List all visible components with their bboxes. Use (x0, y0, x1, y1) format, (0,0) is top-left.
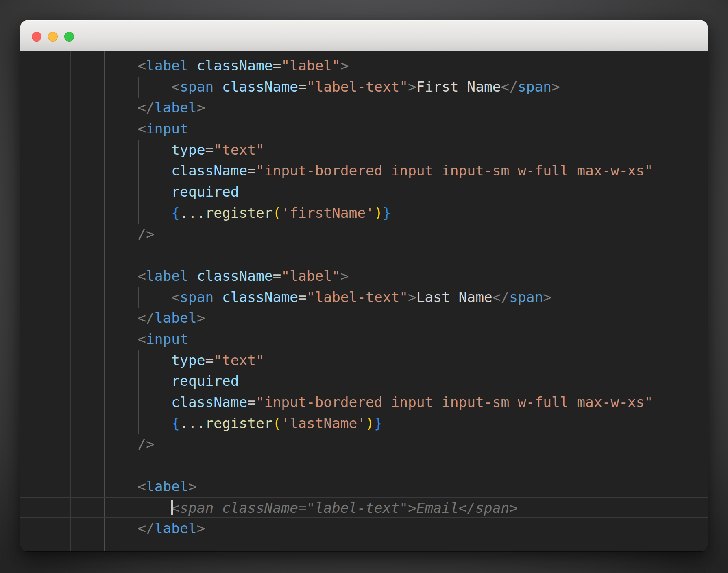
code-token: = (205, 142, 214, 158)
code-token: = (247, 162, 256, 179)
code-token: ( (273, 205, 281, 221)
code-token: className (171, 394, 247, 410)
code-token: "label" (281, 268, 340, 284)
code-token: label (146, 268, 188, 284)
code-token: /> (137, 226, 155, 242)
code-token: < (137, 57, 146, 74)
code-token: span (180, 289, 214, 305)
code-token (188, 268, 197, 284)
traffic-lights (32, 32, 74, 42)
code-editor[interactable]: <label className="label"> <span classNam… (20, 51, 708, 551)
code-token: > (543, 289, 551, 305)
code-line: <input (20, 118, 708, 140)
code-line: type="text" (20, 140, 708, 161)
code-token (214, 289, 222, 305)
code-line: type="text" (20, 350, 708, 371)
code-token: "input-bordered input input-sm w-full ma… (256, 162, 653, 179)
text-cursor (171, 500, 173, 515)
code-line: </label> (20, 518, 708, 539)
code-token: </ (137, 310, 155, 326)
code-token: label (155, 310, 197, 326)
code-token: </ (501, 79, 518, 95)
code-token: label (155, 99, 197, 116)
code-token: ( (273, 415, 281, 431)
code-token: First Name (416, 79, 501, 95)
code-token: > (197, 310, 205, 326)
code-token: "label-text" (307, 79, 408, 95)
code-token: type (171, 352, 205, 368)
code-token: label (146, 57, 188, 74)
code-line: /> (20, 434, 708, 455)
zoom-button[interactable] (64, 32, 74, 42)
code-line: </label> (20, 97, 708, 118)
code-token: < (171, 79, 180, 95)
code-token: span (180, 79, 214, 95)
code-token: "input-bordered input input-sm w-full ma… (256, 394, 653, 410)
code-token: input (146, 331, 188, 347)
code-token: "label" (281, 57, 340, 74)
code-token (188, 57, 197, 74)
code-line: <span className="label-text">Last Name</… (20, 287, 708, 308)
code-token: ) (374, 205, 383, 221)
code-token: </ (137, 520, 155, 536)
code-token: < (137, 331, 146, 347)
code-token: 'lastName' (281, 415, 366, 431)
code-token: > (551, 79, 560, 95)
code-token: > (188, 478, 197, 494)
code-token: = (298, 79, 307, 95)
code-token: className (197, 268, 273, 284)
code-token: span (509, 289, 543, 305)
code-line: /> (20, 224, 708, 245)
code-token: { (171, 205, 180, 221)
code-token: } (374, 415, 383, 431)
code-token: register (205, 415, 272, 431)
minimize-button[interactable] (48, 32, 58, 42)
code-line: {...register('lastName')} (20, 413, 708, 434)
code-token: "label-text" (307, 289, 408, 305)
code-token: { (171, 415, 180, 431)
code-token: 'firstName' (281, 205, 374, 221)
code-token: > (408, 289, 416, 305)
code-token: < (137, 120, 146, 137)
code-token: < (137, 478, 146, 494)
code-line: </label> (20, 308, 708, 329)
code-token: className (222, 289, 298, 305)
editor-window: <label className="label"> <span classNam… (20, 20, 708, 551)
code-token: required (171, 373, 239, 389)
code-token: ) (366, 415, 374, 431)
code-token: /> (137, 436, 155, 452)
code-token: > (408, 79, 416, 95)
code-line: className="input-bordered input input-sm… (20, 160, 708, 182)
code-token: < (171, 289, 180, 305)
code-line: <label className="label"> (20, 55, 708, 77)
code-line: <input (20, 329, 708, 350)
code-token (214, 79, 222, 95)
code-token: span (518, 79, 551, 95)
code-line: required (20, 371, 708, 392)
code-token: > (340, 57, 349, 74)
code-token: className (171, 162, 247, 179)
code-token: > (197, 520, 205, 536)
code-line (20, 245, 708, 266)
window-titlebar[interactable] (20, 20, 708, 51)
code-line: <label className="label"> (20, 266, 708, 287)
close-button[interactable] (32, 32, 41, 42)
code-token: ... (180, 415, 205, 431)
code-token: type (171, 142, 205, 158)
code-token: label (146, 478, 188, 494)
code-line: required (20, 182, 708, 203)
code-token: label (155, 520, 197, 536)
code-line: className="input-bordered input input-sm… (20, 392, 708, 413)
code-token: "text" (214, 352, 264, 368)
desktop-background: <label className="label"> <span classNam… (0, 0, 728, 573)
code-token: required (171, 184, 239, 200)
code-lines: <label className="label"> <span classNam… (20, 51, 708, 539)
code-line-current: <span className="label-text">Email</span… (20, 497, 708, 518)
code-token: > (340, 268, 349, 284)
code-token: = (247, 394, 256, 410)
code-token: </ (493, 289, 510, 305)
code-token: = (273, 268, 281, 284)
code-token: > (197, 99, 205, 116)
code-token: = (298, 289, 307, 305)
code-token: ... (180, 205, 205, 221)
